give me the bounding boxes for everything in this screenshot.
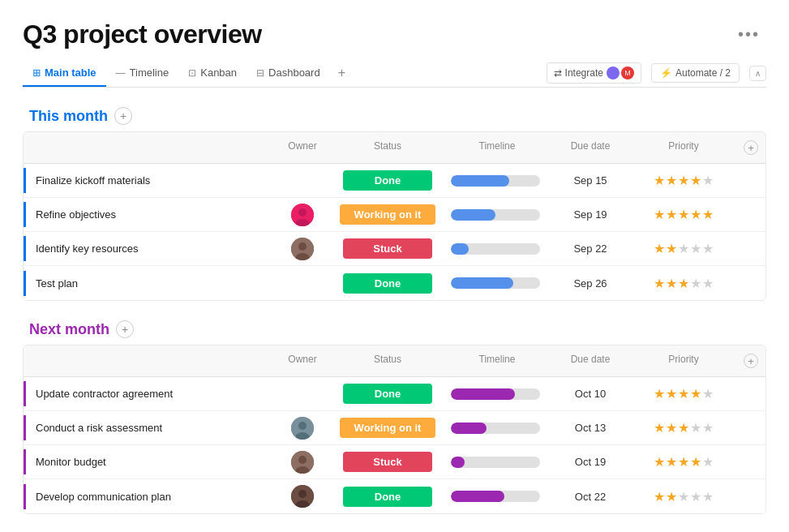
star-1: ★ <box>654 489 665 504</box>
owner-cell <box>274 178 331 184</box>
star-2: ★ <box>666 241 677 256</box>
star-2: ★ <box>666 454 677 470</box>
star-2: ★ <box>666 276 677 291</box>
section-add-button-this-month[interactable]: + <box>114 107 132 125</box>
status-cell[interactable]: Working on it <box>331 201 444 228</box>
row-name-cell: Update contractor agreement <box>24 381 274 406</box>
star-4: ★ <box>690 386 701 401</box>
owner-cell <box>274 280 331 286</box>
duedate-cell: Oct 13 <box>550 418 631 437</box>
status-cell[interactable]: Done <box>331 167 444 194</box>
table-next-month: Owner Status Timeline Due date Priority … <box>23 345 766 514</box>
avatar-2: M <box>621 66 634 79</box>
timeline-cell <box>444 172 550 190</box>
owner-cell <box>274 200 331 230</box>
timeline-bar-container <box>451 491 540 502</box>
section-header-this-month: This month + <box>23 104 766 128</box>
page-header: Q3 project overview ••• <box>23 19 766 49</box>
section-title-next-month: Next month <box>29 321 109 338</box>
add-tab-button[interactable]: + <box>330 59 354 87</box>
star-5: ★ <box>702 207 714 222</box>
timeline-bar <box>451 491 504 502</box>
star-2: ★ <box>666 173 677 188</box>
owner-cell <box>274 414 331 443</box>
table-row: Update contractor agreement Done Oct 10 … <box>24 377 765 411</box>
owner-avatar <box>291 485 314 508</box>
status-cell[interactable]: Working on it <box>331 414 444 441</box>
status-cell[interactable]: Stuck <box>331 448 444 475</box>
col-add-header[interactable]: + <box>736 137 765 158</box>
row-name-cell: Refine objectives <box>24 202 274 227</box>
automate-button[interactable]: ⚡ Automate / 2 <box>651 63 740 83</box>
page-container: Q3 project overview ••• ⊞ Main table — T… <box>0 0 789 514</box>
table-row: Identify key resources Stuck <box>24 232 765 266</box>
owner-cell <box>274 482 331 511</box>
timeline-bar-container <box>451 209 540 221</box>
table-row: Test plan Done Sep 26 ★ ★ ★ ★ ★ <box>24 266 765 300</box>
duedate-cell: Sep 19 <box>550 205 631 224</box>
star-5: ★ <box>702 241 714 256</box>
star-5: ★ <box>702 454 714 470</box>
timeline-bar-container <box>451 457 540 468</box>
tab-timeline[interactable]: — Timeline <box>106 60 179 87</box>
star-2: ★ <box>666 420 677 435</box>
page-title: Q3 project overview <box>23 19 262 49</box>
star-4: ★ <box>690 420 701 435</box>
avatar-image <box>291 485 314 508</box>
star-3: ★ <box>678 489 689 504</box>
avatar-1 <box>607 66 620 79</box>
star-1: ★ <box>654 173 665 188</box>
star-1: ★ <box>654 420 665 435</box>
col-add-header[interactable]: + <box>736 350 765 371</box>
owner-avatar <box>291 417 314 440</box>
star-1: ★ <box>654 241 665 256</box>
star-4: ★ <box>690 241 701 256</box>
priority-cell: ★ ★ ★ ★ ★ <box>631 169 736 191</box>
owner-avatar <box>291 451 314 474</box>
timeline-bar <box>451 243 469 255</box>
star-4: ★ <box>690 207 701 222</box>
status-cell[interactable]: Done <box>331 380 444 407</box>
svg-point-13 <box>298 490 307 498</box>
duedate-cell: Oct 19 <box>550 453 631 471</box>
timeline-cell <box>444 240 550 258</box>
tab-kanban[interactable]: ⊡ Kanban <box>178 60 247 87</box>
integrate-button[interactable]: ⇄ Integrate M <box>547 62 641 84</box>
tab-dashboard[interactable]: ⊟ Dashboard <box>247 60 330 87</box>
star-1: ★ <box>654 386 665 401</box>
timeline-icon: — <box>116 67 126 79</box>
star-4: ★ <box>690 489 701 504</box>
integrate-icon: ⇄ <box>554 67 562 79</box>
avatar-image <box>291 451 314 474</box>
star-5: ★ <box>702 420 714 435</box>
timeline-bar-container <box>451 243 540 255</box>
timeline-bar <box>451 209 495 221</box>
timeline-cell <box>444 487 550 505</box>
owner-avatar <box>291 204 314 226</box>
kanban-icon: ⊡ <box>188 67 196 79</box>
table-row: Conduct a risk assessment Working on it <box>24 411 765 445</box>
timeline-bar <box>451 457 465 468</box>
row-name-cell: Conduct a risk assessment <box>24 415 274 440</box>
star-2: ★ <box>666 386 677 401</box>
dashboard-icon: ⊟ <box>256 67 264 79</box>
row-name-cell: Finalize kickoff materials <box>24 168 274 193</box>
section-add-button-next-month[interactable]: + <box>116 320 134 338</box>
star-1: ★ <box>654 454 665 470</box>
duedate-cell: Oct 22 <box>550 487 631 506</box>
section-header-next-month: Next month + <box>23 317 766 341</box>
timeline-cell <box>444 419 550 437</box>
avatar-image <box>291 238 314 260</box>
priority-cell: ★ ★ ★ ★ ★ <box>631 417 736 439</box>
col-priority-header: Priority <box>631 137 736 158</box>
status-badge: Working on it <box>340 418 436 438</box>
collapse-button[interactable]: ∧ <box>749 66 766 81</box>
status-cell[interactable]: Stuck <box>331 235 444 262</box>
status-cell[interactable]: Done <box>331 483 444 510</box>
tab-main-table[interactable]: ⊞ Main table <box>23 60 106 87</box>
more-options-button[interactable]: ••• <box>731 22 766 47</box>
avatar-image <box>291 204 314 226</box>
status-cell[interactable]: Done <box>331 270 444 297</box>
star-3: ★ <box>678 207 689 222</box>
table-row: Monitor budget Stuck <box>24 445 765 479</box>
